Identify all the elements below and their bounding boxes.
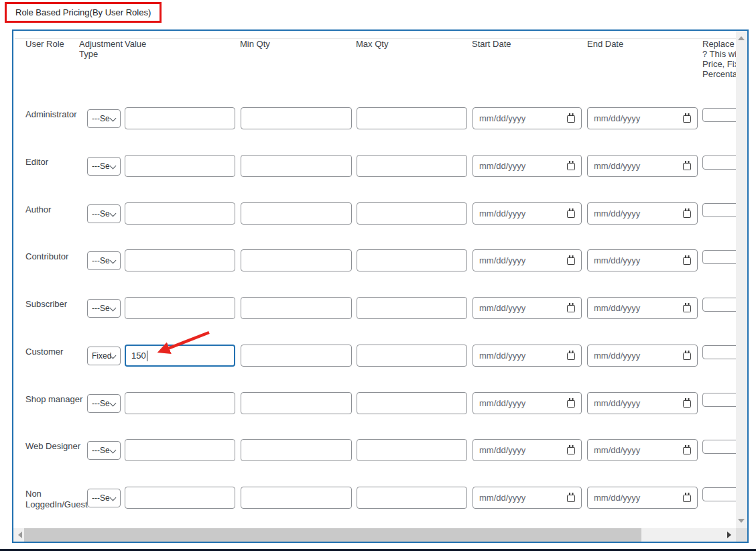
vertical-scrollbar[interactable] [736,31,747,528]
adjustment-type-select[interactable]: ---Se [87,109,121,128]
min-qty-input[interactable] [241,202,352,225]
replace-original-price-input[interactable] [702,487,736,501]
value-input[interactable] [125,249,235,271]
calendar-icon[interactable] [683,351,692,361]
calendar-icon[interactable] [683,255,692,265]
max-qty-input[interactable] [357,249,467,271]
min-qty-input[interactable] [241,249,352,271]
calendar-icon[interactable] [683,113,692,123]
chevron-down-icon [110,447,117,454]
start-date-input[interactable] [472,345,582,367]
chevron-down-icon [110,257,117,264]
start-date-input[interactable] [472,107,582,129]
start-date-input[interactable] [472,202,582,225]
calendar-icon[interactable] [567,398,576,408]
table-row: Editor ---Se [13,155,736,179]
value-input[interactable] [125,202,235,225]
adjustment-type-select[interactable]: Fixed [87,347,121,365]
end-date-input[interactable] [587,249,698,271]
replace-original-price-input[interactable] [702,440,736,454]
min-qty-input[interactable] [241,439,352,461]
scroll-down-icon[interactable] [738,519,745,523]
calendar-icon[interactable] [567,351,576,361]
calendar-icon[interactable] [683,398,692,408]
calendar-icon[interactable] [683,161,692,171]
end-date-input[interactable] [587,155,698,177]
calendar-icon[interactable] [567,161,576,171]
replace-original-price-input[interactable] [702,250,736,264]
value-input[interactable] [125,392,235,414]
min-qty-input[interactable] [241,392,352,414]
max-qty-input[interactable] [357,297,467,319]
replace-original-price-input[interactable] [702,108,736,122]
calendar-icon[interactable] [683,493,692,503]
max-qty-input[interactable] [357,487,467,509]
calendar-icon[interactable] [683,303,692,313]
replace-original-price-input[interactable] [702,393,736,407]
table-row: Contributor ---Se [13,249,736,273]
calendar-icon[interactable] [567,445,576,455]
start-date-input[interactable] [472,439,582,461]
replace-original-price-input[interactable] [702,345,736,359]
min-qty-input[interactable] [241,155,352,177]
max-qty-input[interactable] [357,202,467,225]
start-date-input[interactable] [472,155,582,177]
adjustment-type-select[interactable]: ---Se [87,251,121,270]
max-qty-input[interactable] [357,345,467,367]
chevron-down-icon [110,400,117,407]
scroll-right-icon[interactable] [727,532,731,538]
column-header-end-date: End Date [587,39,623,49]
calendar-icon[interactable] [567,208,576,219]
adjustment-type-select[interactable]: ---Se [87,394,121,413]
horizontal-scrollbar[interactable] [13,528,736,542]
min-qty-input[interactable] [241,107,352,129]
scroll-left-icon[interactable] [18,532,22,538]
replace-original-price-input[interactable] [702,203,736,217]
user-role-label: Non LoggedIn/Guest [25,489,87,510]
end-date-input[interactable] [587,297,698,319]
value-input[interactable] [125,155,235,177]
user-role-label: Web Designer [25,441,87,452]
adjustment-type-select[interactable]: ---Se [87,204,121,223]
start-date-input[interactable] [472,392,582,414]
max-qty-input[interactable] [357,155,467,177]
value-input[interactable] [125,107,235,129]
calendar-icon[interactable] [683,445,692,455]
value-input[interactable]: 150 [125,345,235,367]
end-date-input[interactable] [587,439,698,461]
user-role-label: Contributor [25,251,87,262]
adjustment-type-value: ---Se [92,446,110,455]
adjustment-type-select[interactable]: ---Se [87,157,121,176]
user-role-label: Customer [25,347,87,357]
calendar-icon[interactable] [567,113,576,123]
horizontal-scrollbar-thumb[interactable] [24,528,641,542]
calendar-icon[interactable] [683,208,692,219]
end-date-input[interactable] [587,487,698,509]
end-date-input[interactable] [587,392,698,414]
table-row: Author ---Se [13,202,736,227]
start-date-input[interactable] [472,297,582,319]
end-date-input[interactable] [587,345,698,367]
value-input[interactable] [125,297,235,319]
max-qty-input[interactable] [357,392,467,414]
calendar-icon[interactable] [567,255,576,265]
start-date-input[interactable] [472,487,582,509]
end-date-input[interactable] [587,107,698,129]
value-input[interactable] [125,487,235,509]
calendar-icon[interactable] [567,303,576,313]
end-date-input[interactable] [587,202,698,225]
min-qty-input[interactable] [241,345,352,367]
adjustment-type-select[interactable]: ---Se [87,441,121,460]
calendar-icon[interactable] [567,493,576,503]
replace-original-price-input[interactable] [702,298,736,312]
min-qty-input[interactable] [241,297,352,319]
adjustment-type-select[interactable]: ---Se [87,299,121,318]
replace-original-price-input[interactable] [702,156,736,170]
min-qty-input[interactable] [241,487,352,509]
max-qty-input[interactable] [357,439,467,461]
max-qty-input[interactable] [357,107,467,129]
start-date-input[interactable] [472,249,582,271]
value-input[interactable] [125,439,235,461]
scroll-up-icon[interactable] [738,36,745,40]
adjustment-type-select[interactable]: ---Se [87,489,121,507]
